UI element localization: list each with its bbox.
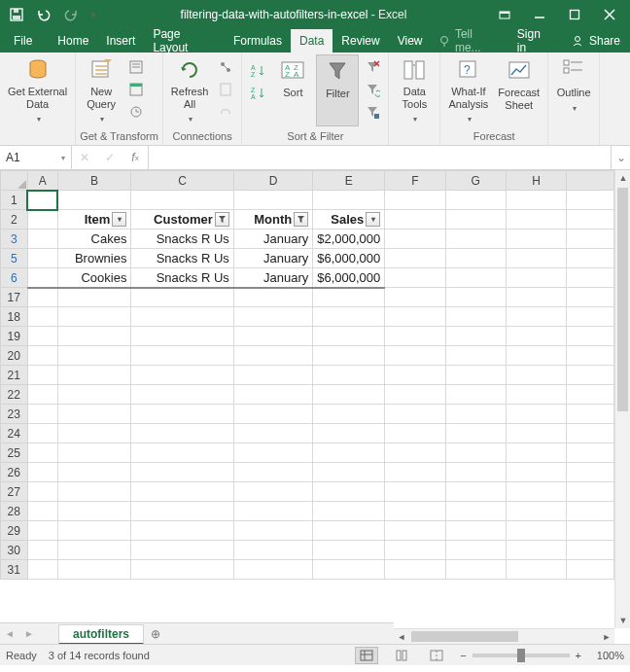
sort-az-button[interactable]: AZ: [246, 60, 269, 82]
col-header-B[interactable]: B: [57, 171, 131, 191]
sign-in-link[interactable]: Sign in: [508, 29, 561, 53]
name-box[interactable]: A1▾: [0, 146, 72, 169]
row-header-30[interactable]: 30: [1, 541, 28, 560]
sort-za-button[interactable]: ZA: [246, 83, 269, 104]
vertical-scrollbar[interactable]: ▲ ▼: [614, 170, 630, 628]
enter-formula-button[interactable]: ✓: [97, 146, 122, 169]
what-if-button[interactable]: ? What-If Analysis: [444, 54, 492, 126]
recent-sources-button[interactable]: [124, 101, 148, 123]
from-table-button[interactable]: [124, 79, 148, 100]
col-header-C[interactable]: C: [131, 171, 233, 191]
refresh-all-button[interactable]: Refresh All: [167, 54, 213, 126]
row-header-28[interactable]: 28: [1, 502, 28, 521]
forecast-sheet-button[interactable]: Forecast Sheet: [494, 54, 543, 126]
row-header-24[interactable]: 24: [1, 424, 28, 443]
cell-sales[interactable]: $6,000,000: [313, 249, 385, 268]
filter-dropdown-button[interactable]: [215, 212, 229, 227]
cell-month[interactable]: January: [233, 230, 312, 249]
new-query-button[interactable]: New Query: [80, 54, 122, 126]
row-header-22[interactable]: 22: [1, 385, 28, 405]
row-header-25[interactable]: 25: [1, 443, 28, 463]
filter-dropdown-button[interactable]: [294, 212, 308, 227]
share-button[interactable]: Share: [561, 29, 630, 53]
minimize-button[interactable]: [523, 2, 556, 27]
row-header-20[interactable]: 20: [1, 346, 28, 366]
advanced-button[interactable]: [361, 101, 384, 123]
row-header-21[interactable]: 21: [1, 366, 28, 385]
cell-sales[interactable]: $6,000,000: [313, 268, 385, 288]
cell-month[interactable]: January: [233, 249, 312, 268]
tab-review[interactable]: Review: [332, 29, 388, 53]
row-header-6[interactable]: 6: [1, 268, 28, 288]
data-tools-button[interactable]: Data Tools: [393, 54, 436, 126]
hscroll-thumb[interactable]: [411, 631, 518, 642]
get-external-data-button[interactable]: Get External Data: [4, 54, 71, 126]
cancel-formula-button[interactable]: ✕: [72, 146, 97, 169]
edit-links-button[interactable]: [214, 101, 237, 123]
cell-sales[interactable]: $2,000,000: [313, 230, 385, 249]
close-button[interactable]: [593, 2, 626, 27]
row-header-29[interactable]: 29: [1, 521, 28, 541]
cell-item[interactable]: Cookies: [57, 268, 131, 288]
show-queries-button[interactable]: [124, 56, 148, 78]
cell-customer[interactable]: Snacks R Us: [131, 268, 233, 288]
cell-customer[interactable]: Snacks R Us: [131, 249, 233, 268]
filter-dropdown-button[interactable]: ▾: [366, 212, 380, 227]
tell-me-search[interactable]: Tell me...: [431, 29, 507, 53]
undo-button[interactable]: [31, 2, 56, 27]
redo-button[interactable]: [58, 2, 84, 27]
col-header-H[interactable]: H: [506, 171, 566, 191]
new-sheet-button[interactable]: ⊕: [144, 623, 167, 644]
maximize-button[interactable]: [558, 2, 591, 27]
row-header-17[interactable]: 17: [1, 288, 28, 307]
tab-formulas[interactable]: Formulas: [225, 29, 291, 53]
connections-button[interactable]: [214, 56, 237, 78]
cell-item[interactable]: Cakes: [57, 230, 131, 249]
spreadsheet-grid[interactable]: ABCDEFGH12Item▾CustomerMonthSales▾3Cakes…: [0, 170, 614, 580]
scroll-left-button[interactable]: ◄: [394, 629, 409, 644]
row-header-2[interactable]: 2: [1, 210, 28, 230]
sheet-tab-autofilters[interactable]: autofilters: [58, 624, 144, 645]
zoom-level[interactable]: 100%: [587, 650, 624, 661]
row-header-31[interactable]: 31: [1, 560, 28, 580]
scroll-up-button[interactable]: ▲: [615, 170, 630, 186]
col-header-E[interactable]: E: [313, 171, 385, 191]
col-header-G[interactable]: G: [445, 171, 506, 191]
row-header-19[interactable]: 19: [1, 327, 28, 346]
col-header-A[interactable]: A: [27, 171, 57, 191]
select-all-corner[interactable]: [1, 171, 28, 191]
row-header-3[interactable]: 3: [1, 230, 28, 249]
tab-view[interactable]: View: [389, 29, 432, 53]
filter-dropdown-button[interactable]: ▾: [112, 212, 126, 227]
cell-item[interactable]: Brownies: [57, 249, 131, 268]
col-header-F[interactable]: F: [385, 171, 445, 191]
vscroll-thumb[interactable]: [617, 188, 628, 411]
clear-filter-button[interactable]: [361, 56, 384, 78]
formula-input[interactable]: [149, 146, 611, 169]
scroll-down-button[interactable]: ▼: [615, 613, 630, 628]
cell-A1[interactable]: [27, 191, 57, 210]
row-header-27[interactable]: 27: [1, 482, 28, 502]
scroll-right-button[interactable]: ►: [599, 629, 614, 644]
reapply-button[interactable]: [361, 79, 384, 100]
sort-button[interactable]: AZZA Sort: [271, 54, 314, 126]
view-page-layout-button[interactable]: [390, 647, 413, 664]
qat-customize[interactable]: [86, 2, 99, 27]
view-page-break-button[interactable]: [425, 647, 448, 664]
expand-formula-bar[interactable]: ⌄: [611, 146, 630, 169]
tab-page-layout[interactable]: Page Layout: [144, 29, 225, 53]
row-header-26[interactable]: 26: [1, 463, 28, 482]
tab-nav-prev[interactable]: ◄: [0, 623, 19, 644]
horizontal-scrollbar[interactable]: ◄ ►: [394, 628, 614, 644]
col-header-D[interactable]: D: [233, 171, 312, 191]
tab-home[interactable]: Home: [49, 29, 97, 53]
properties-button[interactable]: [214, 79, 237, 100]
zoom-in-button[interactable]: +: [576, 650, 581, 661]
ribbon-display-options[interactable]: [488, 2, 521, 27]
tab-file[interactable]: File: [0, 29, 46, 53]
tab-data[interactable]: Data: [291, 29, 332, 53]
save-button[interactable]: [4, 2, 29, 27]
zoom-out-button[interactable]: −: [460, 650, 466, 661]
row-header-5[interactable]: 5: [1, 249, 28, 268]
view-normal-button[interactable]: [355, 647, 378, 664]
